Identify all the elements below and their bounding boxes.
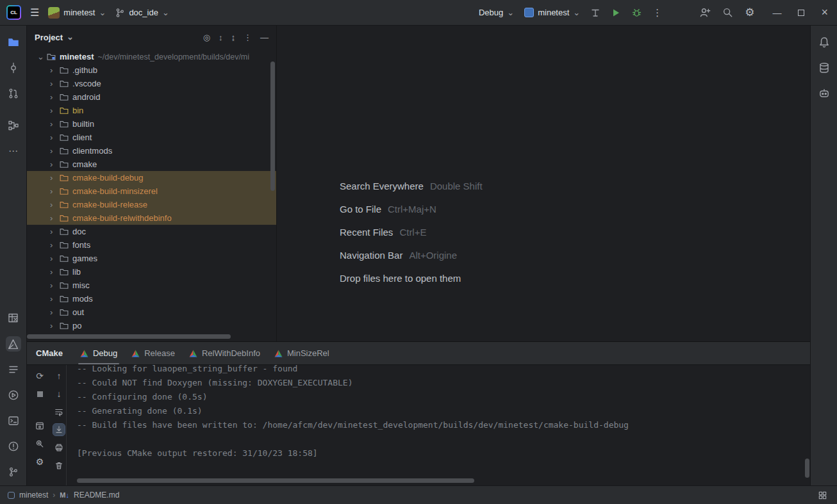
terminal-toolwindow-button[interactable] [6,413,21,428]
cmake-tab-RelWithDebInfo[interactable]: RelWithDebInfo [182,342,267,364]
notifications-button[interactable] [816,35,832,50]
more-toolwindows-button[interactable]: ⋯ [6,143,21,159]
tree-item-.vscode[interactable]: ›.vscode [27,77,276,90]
cmake-tab-MinSizeRel[interactable]: MinSizeRel [267,342,336,364]
cmake-tab-Debug[interactable]: Debug [73,342,124,364]
chevron-right-icon[interactable]: › [50,92,56,102]
code-with-me-button[interactable] [699,7,711,19]
chevron-right-icon[interactable]: › [50,133,56,142]
maximize-button[interactable] [798,10,804,16]
reload-cmake-button[interactable]: ⟳ [34,370,46,382]
chevron-right-icon[interactable]: › [50,240,56,250]
tree-item-cmake-build-debug[interactable]: ›cmake-build-debug [27,171,276,184]
tree-item-fonts[interactable]: ›fonts [27,238,276,252]
chevron-right-icon[interactable]: › [50,200,56,209]
tree-item-.github[interactable]: ›.github [27,63,276,77]
database-toolwindow-button[interactable] [816,60,832,76]
tree-item-games[interactable]: ›games [27,252,276,265]
console-vertical-scrollbar[interactable] [805,459,809,478]
tree-item-root[interactable]: ⌄ minetest ~/dev/minetest_development/bu… [27,50,276,63]
tree-item-lib[interactable]: ›lib [27,265,276,279]
problems-toolwindow-button[interactable] [6,439,21,454]
tree-item-cmake-build-release[interactable]: ›cmake-build-release [27,198,276,211]
expand-all-button[interactable]: ↕ [219,33,223,42]
console-output[interactable]: -- Looking for luaopen_string_buffer - f… [67,365,810,485]
tree-item-builtin[interactable]: ›builtin [27,117,276,131]
chevron-right-icon[interactable]: › [50,280,56,290]
main-menu-button[interactable]: ☰ [30,6,39,19]
cmake-toolwindow-button[interactable] [6,336,21,352]
panel-options-button[interactable]: ⋮ [244,33,252,42]
chevron-right-icon[interactable]: › [50,119,56,129]
locate-file-button[interactable]: ◎ [203,33,210,42]
chevron-down-icon[interactable]: ⌄ [37,52,43,61]
debug-button[interactable] [631,7,642,18]
hide-panel-button[interactable]: — [260,33,269,42]
run-button[interactable] [611,8,621,18]
tree-item-mods[interactable]: ›mods [27,292,276,305]
tree-item-cmake-build-minsizerel[interactable]: ›cmake-build-minsizerel [27,184,276,198]
chevron-right-icon[interactable]: › [50,146,56,156]
cmake-tab-Release[interactable]: Release [124,342,182,364]
commit-toolwindow-button[interactable] [6,60,21,76]
tree-item-client[interactable]: ›client [27,131,276,144]
settings-button[interactable]: ⚙ [745,6,754,19]
remote-grid-button[interactable] [815,488,829,502]
find-in-output-button[interactable] [34,438,46,450]
chevron-right-icon[interactable]: › [50,254,56,263]
project-panel-title[interactable]: Project [35,33,63,42]
structure-toolwindow-button[interactable] [6,118,21,133]
stop-button[interactable] [34,388,46,400]
chevron-right-icon[interactable]: › [50,307,56,317]
soft-wrap-button[interactable] [53,406,65,418]
project-selector[interactable]: minetest ⌄ [48,7,106,19]
search-everywhere-button[interactable] [722,7,733,18]
tree-item-doc[interactable]: ›doc [27,225,276,238]
tree-item-misc[interactable]: ›misc [27,279,276,292]
tree-item-cmake[interactable]: ›cmake [27,158,276,171]
console-settings-button[interactable]: ⚙ [34,456,46,467]
tree-item-cmake-build-relwithdebinfo[interactable]: ›cmake-build-relwithdebinfo [27,211,276,225]
chevron-right-icon[interactable]: › [50,173,56,183]
more-actions-button[interactable]: ⋮ [652,7,662,19]
clear-console-button[interactable] [53,460,65,471]
project-horizontal-scrollbar[interactable] [27,334,231,339]
build-type-selector[interactable]: Debug ⌄ [479,8,514,17]
scroll-to-end-button[interactable] [53,424,65,435]
close-button[interactable]: × [821,6,828,19]
chevron-right-icon[interactable]: › [50,267,56,277]
todo-toolwindow-button[interactable] [6,362,21,377]
chevron-right-icon[interactable]: › [50,186,56,196]
run-configuration-selector[interactable]: minetest ⌄ [524,8,580,17]
profiler-icon[interactable] [590,8,601,18]
git-toolwindow-button[interactable] [6,464,21,480]
chevron-right-icon[interactable]: › [50,213,56,223]
tree-item-po[interactable]: ›po [27,319,276,332]
console-horizontal-scrollbar[interactable] [77,478,474,483]
project-vertical-scrollbar[interactable] [270,61,275,191]
collapse-all-button[interactable]: ↨ [231,33,236,42]
chevron-right-icon[interactable]: › [50,79,56,88]
print-button[interactable] [53,442,65,453]
tree-item-bin[interactable]: ›bin [27,104,276,117]
chevron-right-icon[interactable]: › [50,65,56,75]
open-settings-button[interactable] [34,420,46,432]
chevron-right-icon[interactable]: › [50,159,56,169]
prev-message-button[interactable]: ↑ [53,370,65,382]
chevron-right-icon[interactable]: › [50,106,56,115]
chevron-right-icon[interactable]: › [50,321,56,330]
vcs-branch-selector[interactable]: doc_ide ⌄ [115,8,169,18]
next-message-button[interactable]: ↓ [53,388,65,400]
ai-assistant-toolwindow-button[interactable] [816,86,832,101]
editor-area[interactable]: Search EverywhereDouble ShiftGo to FileC… [277,26,810,341]
minimize-button[interactable]: — [772,8,781,18]
pull-requests-toolwindow-button[interactable] [6,86,21,101]
spreadsheet-toolwindow-button[interactable] [6,311,21,326]
statusbar-project[interactable]: minetest [19,491,48,500]
chevron-right-icon[interactable]: › [50,227,56,236]
run-toolwindow-button[interactable] [6,387,21,403]
tree-item-out[interactable]: ›out [27,305,276,319]
statusbar-file[interactable]: README.md [74,491,119,500]
tree-item-clientmods[interactable]: ›clientmods [27,144,276,158]
tree-item-android[interactable]: ›android [27,90,276,104]
